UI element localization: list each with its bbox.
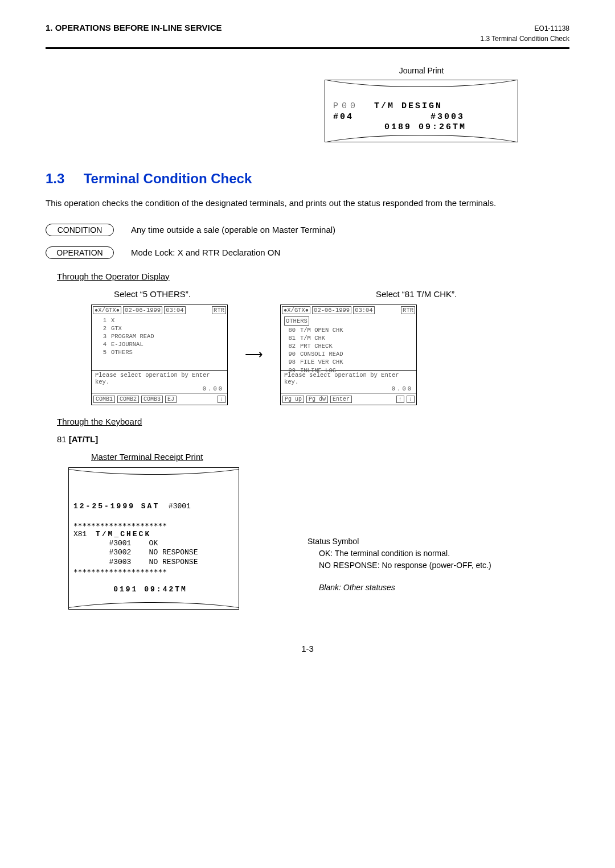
master-terminal-receipt: 12-25-1999 SAT #3001 ∗∗∗∗∗∗∗∗∗∗∗∗∗∗∗∗∗∗∗… — [68, 467, 239, 610]
soft-key: ↓ — [218, 396, 226, 403]
soft-key: COMB3 — [141, 396, 163, 403]
ds1-prompt: Please select operation by Enter key. — [95, 372, 224, 385]
arrow-right-icon: ⟶ — [245, 347, 263, 362]
jp-footer: 0189 09:26TM — [384, 122, 466, 132]
operator-display-heading: Through the Operator Display — [57, 271, 569, 281]
operation-row: OPERATION Mode Lock: X and RTR Declarati… — [46, 246, 569, 259]
menu-item: 3PROGRAM READ — [95, 332, 224, 340]
section-intro: This operation checks the condition of t… — [46, 197, 569, 210]
soft-key: ↑ — [396, 396, 404, 403]
ds2-title: OTHERS — [284, 316, 309, 326]
operator-display-1: ●X/GTX● 02-06-1999 03:04 RTR 1X2GTX3PROG… — [91, 305, 228, 405]
jp-p00: P00 — [333, 101, 359, 111]
menu-item: 82PRT CHECK — [284, 342, 413, 350]
condition-row: CONDITION Any time outside a sale (opera… — [46, 224, 569, 236]
mr-rows: #3001 OK #3002 NO RESPONSE #3003 NO RESP… — [73, 539, 198, 566]
operation-text: Mode Lock: X and RTR Declaration ON — [131, 248, 280, 257]
operator-display-2: ●X/GTX● 02-06-1999 03:04 RTR OTHERS 80T/… — [280, 305, 417, 405]
ds2-amount: 0.00 — [284, 385, 413, 392]
caption-select-5: Select “5 OTHERS”. — [114, 289, 290, 299]
operation-pill: OPERATION — [46, 246, 114, 259]
journal-print-receipt: P00 T/M DESIGN #04 #3003 0189 09:26TM — [325, 80, 518, 142]
ds1-time: 03:04 — [164, 306, 186, 314]
soft-key: COMB1 — [93, 396, 115, 403]
caption-select-81: Select “81 T/M CHK”. — [376, 289, 552, 299]
display-captions: Select “5 OTHERS”. Select “81 T/M CHK”. — [114, 289, 569, 299]
status-title: Status Symbol — [308, 536, 491, 548]
ds2-rtr: RTR — [401, 306, 415, 314]
journal-print-caption: Journal Print — [325, 66, 518, 75]
ds1-mode: ●X/GTX● — [93, 306, 121, 314]
mr-footer: 0191 09:42TM — [113, 585, 187, 594]
ds2-time: 03:04 — [353, 306, 375, 314]
ds2-mode: ●X/GTX● — [282, 306, 310, 314]
condition-pill: CONDITION — [46, 224, 114, 236]
status-symbol-block: Status Symbol OK: The terminal condition… — [308, 536, 491, 594]
ds2-prompt: Please select operation by Enter key. — [284, 372, 413, 385]
menu-item: 2GTX — [95, 324, 224, 332]
mr-xtitle: T/M_CHECK — [96, 530, 151, 538]
menu-item: 90CONSOLI READ — [284, 350, 413, 358]
doc-id: EO1-11138 — [535, 24, 569, 32]
soft-key: EJ — [165, 396, 177, 403]
menu-item: 1X — [95, 316, 224, 324]
mr-xcode: X81 — [73, 530, 87, 538]
soft-key: Pg dw — [306, 396, 328, 403]
mr-date: 12-25-1999 SAT — [73, 502, 159, 511]
page-header: 1. OPERATIONS BEFORE IN-LINE SERVICE EO1… — [46, 23, 569, 32]
menu-item: 98FILE VER CHK — [284, 358, 413, 366]
jp-hash04: #04 — [333, 112, 354, 122]
kb-prefix: 81 — [57, 434, 69, 444]
display-screens-row: ●X/GTX● 02-06-1999 03:04 RTR 1X2GTX3PROG… — [91, 305, 569, 405]
menu-item: 4E-JOURNAL — [95, 340, 224, 348]
soft-key: COMB2 — [117, 396, 139, 403]
mr-term: #3001 — [169, 502, 191, 511]
mr-stars-top: ∗∗∗∗∗∗∗∗∗∗∗∗∗∗∗∗∗∗∗∗∗ — [73, 521, 167, 529]
kb-attl: [AT/TL] — [69, 434, 98, 444]
ds2-buttons: Pg upPg dwEnter↑↓ — [281, 393, 416, 405]
ds1-date: 02-06-1999 — [123, 306, 162, 314]
master-receipt-caption: Master Terminal Receipt Print — [91, 452, 569, 462]
condition-text: Any time outside a sale (operable on Mas… — [131, 225, 335, 235]
section-number: 1.3 — [46, 171, 80, 187]
menu-item: 81T/M CHK — [284, 334, 413, 342]
menu-item: 5OTHERS — [95, 348, 224, 356]
page-number: 1-3 — [46, 644, 569, 653]
jp-3003: #3003 — [430, 112, 465, 122]
menu-item: 80T/M OPEN CHK — [284, 326, 413, 334]
ds1-rtr: RTR — [212, 306, 226, 314]
status-ok: OK: The terminal condition is normal. — [319, 548, 491, 560]
header-rule — [46, 47, 569, 49]
soft-key: ↓ — [407, 396, 415, 403]
chapter-title: 1. OPERATIONS BEFORE IN-LINE SERVICE — [46, 23, 222, 32]
keyboard-command: 81 [AT/TL] — [57, 434, 569, 444]
ds1-amount: 0.00 — [95, 385, 224, 392]
ds1-buttons: COMB1COMB2COMB3EJ↓ — [92, 393, 227, 405]
ds2-menu: 80T/M OPEN CHK81T/M CHK82PRT CHECK90CONS… — [284, 326, 413, 375]
soft-key: Enter — [330, 396, 352, 403]
mr-stars-bot: ∗∗∗∗∗∗∗∗∗∗∗∗∗∗∗∗∗∗∗∗∗ — [73, 567, 167, 575]
ds2-date: 02-06-1999 — [312, 306, 351, 314]
status-no-response: NO RESPONSE: No response (power-OFF, etc… — [319, 560, 491, 571]
keyboard-heading: Through the Keyboard — [57, 417, 569, 426]
soft-key: Pg up — [282, 396, 304, 403]
ds1-menu: 1X2GTX3PROGRAM READ4E-JOURNAL5OTHERS — [95, 316, 224, 357]
section-title-text: Terminal Condition Check — [84, 171, 252, 186]
section-heading: 1.3 Terminal Condition Check — [46, 171, 569, 187]
breadcrumb: 1.3 Terminal Condition Check — [46, 35, 569, 43]
jp-tm-design: T/M DESIGN — [374, 101, 442, 111]
status-blank: Blank: Other statuses — [319, 582, 491, 594]
